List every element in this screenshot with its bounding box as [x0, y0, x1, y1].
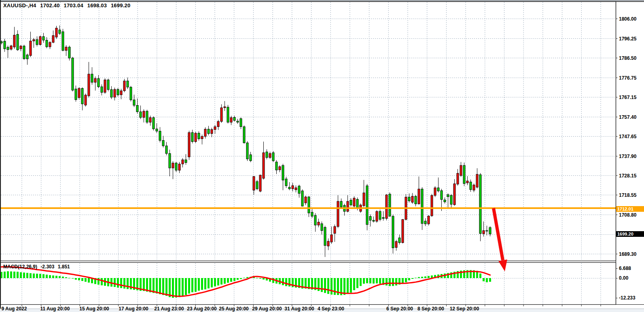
candle-bearish: [382, 217, 384, 218]
macd-histogram-bar: [201, 278, 203, 290]
time-axis-label[interactable]: 11 Aug 20:00: [40, 306, 70, 312]
candle-bearish: [356, 199, 358, 208]
candle-bullish: [49, 42, 51, 47]
macd-axis-label: 0.00: [619, 275, 629, 281]
time-axis-label[interactable]: 15 Aug 20:00: [79, 306, 109, 312]
macd-histogram-bar: [230, 278, 232, 282]
price-axis-label[interactable]: 1806.00: [619, 16, 637, 22]
candle-bullish: [195, 133, 197, 141]
price-axis-label[interactable]: 1776.75: [619, 75, 637, 81]
price-chart-canvas[interactable]: 1806.001796.251786.501776.751767.151757.…: [0, 0, 644, 312]
candle-bearish: [246, 143, 248, 159]
candle-bearish: [227, 107, 229, 122]
candle-bearish: [133, 100, 135, 105]
candle-bearish: [191, 133, 193, 141]
candle-bullish: [305, 197, 307, 203]
candle-bullish: [327, 241, 329, 246]
candle-bearish: [26, 55, 28, 59]
candle-bullish: [330, 235, 333, 242]
chart-left-border: [0, 0, 1, 309]
candle-bullish: [483, 230, 485, 234]
candle-bullish: [263, 153, 265, 178]
low-value: 1698.03: [87, 2, 107, 8]
macd-histogram-bar: [240, 278, 242, 279]
candle-bearish: [250, 155, 252, 161]
candle-bearish: [237, 121, 239, 122]
candle-bullish: [428, 216, 430, 224]
candle-bullish: [376, 211, 378, 221]
macd-histogram-bar: [175, 278, 177, 297]
macd-main-value: -2.303: [40, 264, 54, 270]
price-axis-label[interactable]: 1796.25: [619, 36, 637, 42]
candle-bearish: [165, 146, 167, 154]
macd-histogram-bar: [178, 278, 180, 297]
candle-bearish: [301, 191, 303, 206]
candle-bullish: [418, 189, 420, 204]
time-axis-label[interactable]: 8 Sep 20:00: [417, 306, 444, 312]
price-axis-label[interactable]: 1757.40: [619, 114, 637, 120]
candle-bearish: [444, 200, 446, 202]
candle-bullish: [411, 196, 413, 202]
price-axis-label[interactable]: 1718.55: [619, 192, 637, 198]
macd-histogram-bar: [411, 278, 413, 279]
candle-bearish: [350, 200, 352, 205]
macd-histogram-bar: [246, 277, 248, 278]
candle-bullish: [211, 129, 213, 133]
macd-histogram-bar: [356, 278, 358, 288]
macd-histogram-bar: [172, 278, 174, 298]
time-axis-label[interactable]: 29 Aug 20:00: [252, 306, 282, 312]
price-axis-label[interactable]: 1708.80: [619, 212, 637, 218]
time-axis-label[interactable]: 31 Aug 20:00: [284, 306, 314, 312]
macd-histogram-bar: [182, 278, 184, 296]
macd-histogram-bar: [350, 278, 352, 293]
macd-histogram-bar: [191, 278, 193, 292]
candle-bullish: [55, 28, 57, 37]
macd-signal-line: [2, 267, 490, 296]
time-axis-label[interactable]: 9 Aug 2022: [2, 306, 27, 312]
trend-arrow-shaft[interactable]: [494, 208, 503, 260]
time-axis-label[interactable]: 6 Sep 20:00: [386, 306, 413, 312]
time-axis-label[interactable]: 4 Sep 23:00: [318, 306, 344, 312]
candle-bearish: [75, 89, 77, 99]
horizontal-line-price-tag[interactable]: 1712.01: [616, 206, 644, 212]
candle-bearish: [4, 41, 6, 49]
candle-bullish: [120, 91, 122, 95]
candle-bearish: [208, 129, 210, 133]
macd-histogram-bar: [42, 274, 44, 278]
macd-histogram-bar: [88, 278, 90, 282]
macd-signal-value: 1.851: [58, 264, 70, 270]
macd-histogram-bar: [347, 278, 349, 293]
trend-arrow-head[interactable]: [498, 259, 507, 272]
candle-bearish: [68, 47, 70, 58]
candle-bullish: [318, 222, 320, 225]
candle-bearish: [447, 195, 449, 197]
price-axis-label[interactable]: 1767.15: [619, 95, 637, 100]
macd-histogram-bar: [479, 274, 481, 278]
candle-bearish: [272, 153, 274, 161]
candle-bearish: [324, 227, 326, 245]
candle-bearish: [140, 112, 142, 118]
macd-histogram-bar: [243, 278, 245, 278]
macd-histogram-bar: [117, 278, 119, 288]
time-axis-label[interactable]: 23 Aug 20:00: [187, 306, 217, 312]
time-axis-label[interactable]: 17 Aug 20:00: [119, 306, 148, 312]
time-axis-label[interactable]: 25 Aug 20:00: [219, 306, 249, 312]
price-axis-label[interactable]: 1689.30: [619, 251, 637, 257]
candle-bearish: [23, 46, 25, 59]
macd-histogram-bar: [23, 272, 25, 278]
candle-bullish: [30, 41, 32, 55]
macd-indicator-title: MACD(12,26,9) -2.303 1.851: [3, 264, 72, 270]
macd-histogram-bar: [353, 278, 355, 290]
price-axis-label[interactable]: 1728.15: [619, 173, 637, 179]
macd-histogram-bar: [198, 278, 200, 291]
time-axis-label[interactable]: 21 Aug 23:00: [154, 306, 184, 312]
macd-histogram-bar: [237, 278, 239, 280]
candle-bearish: [59, 30, 61, 34]
price-axis-label[interactable]: 1747.65: [619, 134, 637, 139]
candle-bullish: [453, 184, 455, 205]
time-axis-label[interactable]: 12 Sep 20:00: [450, 306, 479, 312]
candle-bearish: [424, 221, 426, 224]
price-axis-label[interactable]: 1786.50: [619, 55, 637, 61]
price-axis-label[interactable]: 1737.90: [619, 154, 637, 159]
macd-histogram-bar: [78, 278, 80, 280]
